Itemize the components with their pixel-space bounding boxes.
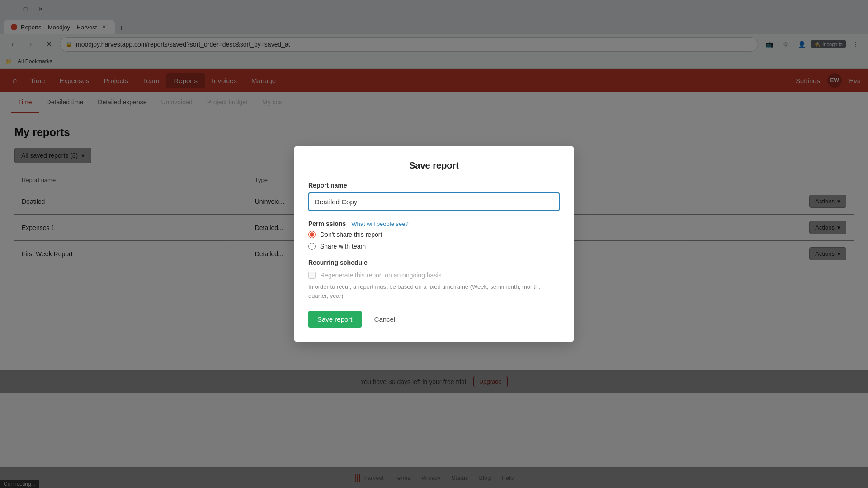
radio-share-team: Share with team [308, 243, 560, 250]
form-group-name: Report name [308, 182, 560, 211]
cancel-button[interactable]: Cancel [367, 311, 403, 328]
report-name-input[interactable] [308, 192, 560, 211]
radio-group: Don't share this report Share with team [308, 231, 560, 250]
radio-no-share-input[interactable] [308, 231, 316, 238]
radio-no-share-label[interactable]: Don't share this report [320, 231, 382, 238]
modal-title: Save report [308, 160, 560, 171]
schedule-checkbox[interactable] [308, 272, 316, 279]
radio-share-team-input[interactable] [308, 243, 316, 250]
schedule-label: Recurring schedule [308, 259, 560, 266]
save-report-button[interactable]: Save report [308, 311, 362, 328]
modal-actions: Save report Cancel [308, 311, 560, 328]
schedule-hint: In order to recur, a report must be base… [308, 282, 560, 300]
report-name-label: Report name [308, 182, 560, 189]
permissions-row: Permissions What will people see? [308, 220, 560, 227]
checkbox-row: Regenerate this report on an ongoing bas… [308, 272, 560, 279]
permissions-label: Permissions [308, 220, 346, 227]
modal-overlay[interactable]: Save report Report name Permissions What… [0, 0, 868, 488]
schedule-section: Recurring schedule Regenerate this repor… [308, 259, 560, 300]
schedule-checkbox-label: Regenerate this report on an ongoing bas… [320, 272, 442, 279]
modal: Save report Report name Permissions What… [294, 146, 574, 342]
radio-share-team-label[interactable]: Share with team [320, 243, 366, 250]
permissions-section: Permissions What will people see? Don't … [308, 220, 560, 250]
radio-no-share: Don't share this report [308, 231, 560, 238]
permissions-link[interactable]: What will people see? [351, 221, 408, 227]
